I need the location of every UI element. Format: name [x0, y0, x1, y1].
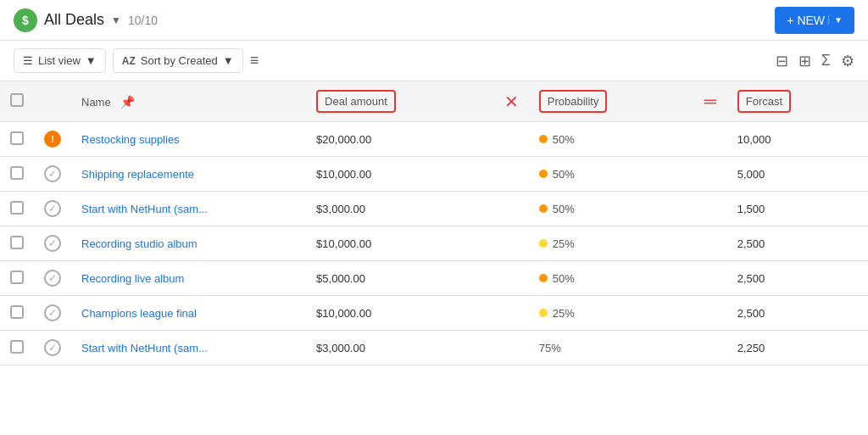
top-bar-left: $ All Deals ▼ 10/10: [14, 8, 158, 32]
row-eq-cell: [693, 331, 727, 365]
prob-dot-icon: [539, 274, 548, 282]
page-title: All Deals: [44, 11, 104, 29]
row-probability-cell: 25%: [529, 296, 693, 331]
row-forecast-cell: 2,500: [727, 261, 868, 296]
row-name-cell[interactable]: Recording live album: [71, 261, 306, 296]
row-forecast-cell: 5,000: [727, 157, 868, 192]
equals-icon[interactable]: ═: [704, 92, 717, 111]
row-name-cell[interactable]: Shipping replacemente: [71, 157, 306, 192]
row-status-cell: !: [34, 122, 71, 157]
row-eq-cell: [693, 122, 727, 157]
row-eq-cell: [693, 261, 727, 296]
row-name-cell[interactable]: Champions league final: [71, 296, 306, 331]
row-probability-cell: 50%: [529, 261, 693, 296]
header-eq[interactable]: ═: [693, 81, 727, 122]
header-probability[interactable]: Probability: [529, 81, 693, 122]
row-name-cell[interactable]: Recording studio album: [71, 226, 306, 261]
row-x-cell: [494, 296, 529, 331]
row-checkbox[interactable]: [10, 236, 24, 249]
row-x-cell: [494, 192, 529, 226]
row-amount-cell: $20,000.00: [306, 122, 494, 157]
header-checkbox[interactable]: [0, 81, 34, 122]
app-icon: $: [14, 8, 37, 32]
row-eq-cell: [693, 192, 727, 226]
row-probability-cell: 75%: [529, 331, 693, 365]
header-forecast[interactable]: Forcast: [727, 81, 868, 122]
prob-cell: 25%: [539, 307, 683, 320]
prob-cell: 50%: [539, 203, 683, 215]
row-status-cell: ✓: [34, 331, 71, 365]
row-amount-cell: $10,000.00: [306, 226, 494, 261]
select-all-checkbox[interactable]: [10, 93, 24, 107]
status-check-icon: ✓: [44, 270, 61, 287]
prob-value: 50%: [553, 133, 575, 146]
row-amount-cell: $10,000.00: [306, 157, 494, 192]
list-view-button[interactable]: ☰ List view ▼: [14, 48, 106, 73]
row-forecast-cell: 10,000: [727, 122, 868, 157]
row-name-cell[interactable]: Start with NetHunt (sam...: [71, 331, 306, 365]
row-name-cell[interactable]: Start with NetHunt (sam...: [71, 192, 306, 226]
row-status-cell: ✓: [34, 226, 71, 261]
header-name-label: Name: [81, 96, 111, 109]
row-checkbox[interactable]: [10, 201, 24, 215]
table-row: ✓Start with NetHunt (sam...$3,000.0075%2…: [0, 331, 868, 365]
title-chevron-icon[interactable]: ▼: [111, 14, 121, 26]
row-checkbox[interactable]: [10, 270, 24, 284]
row-forecast-cell: 2,250: [727, 331, 868, 365]
prob-cell: 50%: [539, 272, 683, 285]
prob-value: 25%: [553, 307, 575, 320]
forecast-label: Forcast: [737, 90, 791, 113]
deals-table: Name 📌 Deal amount ✕ Probability ═ Fo: [0, 81, 868, 365]
toolbar-right: ⊟ ⊞ Σ ⚙: [776, 52, 854, 70]
prob-cell: 50%: [539, 168, 683, 181]
prob-value: 50%: [553, 168, 575, 181]
row-checkbox[interactable]: [10, 131, 24, 145]
row-checkbox-cell: [0, 261, 34, 296]
table-row: ✓Start with NetHunt (sam...$3,000.0050%1…: [0, 192, 868, 226]
new-button[interactable]: + NEW ▼: [775, 7, 854, 34]
toolbar-left: ☰ List view ▼ AZ Sort by Created ▼ ≡: [14, 48, 259, 73]
row-name-cell[interactable]: Restocking supplies: [71, 122, 306, 157]
status-check-icon: ✓: [44, 165, 61, 182]
list-view-label: List view: [38, 54, 81, 67]
toolbar: ☰ List view ▼ AZ Sort by Created ▼ ≡ ⊟ ⊞…: [0, 41, 868, 81]
sort-icon: AZ: [122, 55, 136, 67]
sort-button[interactable]: AZ Sort by Created ▼: [113, 48, 243, 73]
sort-chevron-icon: ▼: [223, 54, 234, 67]
filter-icon[interactable]: ⊟: [776, 52, 788, 70]
sigma-icon[interactable]: Σ: [821, 52, 831, 70]
prob-value: 50%: [553, 272, 575, 285]
row-status-cell: ✓: [34, 157, 71, 192]
row-checkbox[interactable]: [10, 166, 24, 180]
status-check-icon: ✓: [44, 235, 61, 252]
row-probability-cell: 25%: [529, 226, 693, 261]
header-name: Name 📌: [71, 81, 306, 122]
columns-icon[interactable]: ⊞: [798, 52, 811, 70]
prob-dot-icon: [539, 309, 548, 317]
filter-lines-icon[interactable]: ≡: [250, 52, 259, 70]
row-checkbox-cell: [0, 157, 34, 192]
row-checkbox-cell: [0, 192, 34, 226]
pin-icon[interactable]: 📌: [120, 95, 135, 109]
header-x[interactable]: ✕: [494, 81, 529, 122]
row-x-cell: [494, 157, 529, 192]
header-deal-amount[interactable]: Deal amount: [306, 81, 494, 122]
row-checkbox[interactable]: [10, 340, 24, 354]
table-row: !Restocking supplies$20,000.0050%10,000: [0, 122, 868, 157]
row-checkbox-cell: [0, 331, 34, 365]
row-checkbox-cell: [0, 226, 34, 261]
close-icon[interactable]: ✕: [504, 92, 519, 112]
prob-cell: 75%: [539, 342, 683, 354]
row-checkbox[interactable]: [10, 305, 24, 319]
row-checkbox-cell: [0, 122, 34, 157]
prob-value: 50%: [553, 203, 575, 215]
row-x-cell: [494, 226, 529, 261]
row-probability-cell: 50%: [529, 122, 693, 157]
sort-label: Sort by Created: [141, 54, 218, 67]
status-warning-icon: !: [44, 131, 61, 148]
settings-icon[interactable]: ⚙: [841, 52, 854, 70]
list-view-icon: ☰: [23, 54, 33, 67]
new-button-chevron-icon[interactable]: ▼: [828, 15, 843, 25]
row-checkbox-cell: [0, 296, 34, 331]
status-check-icon: ✓: [44, 339, 61, 356]
